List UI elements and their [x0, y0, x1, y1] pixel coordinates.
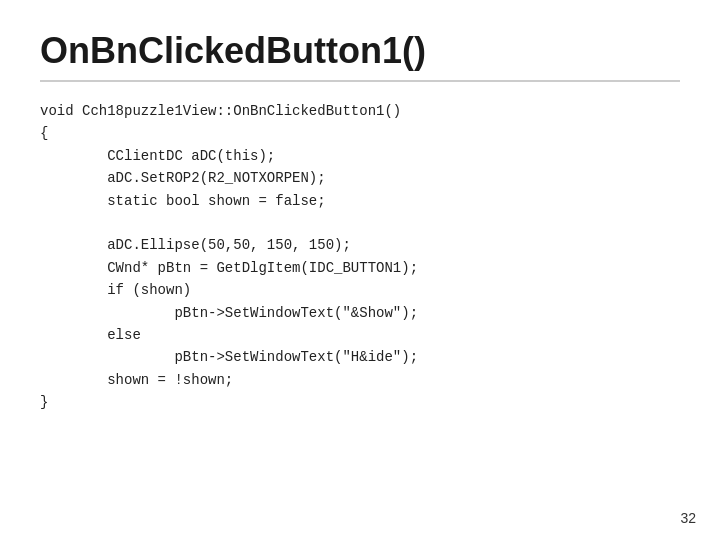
slide-title: OnBnClickedButton1()	[40, 30, 680, 82]
page-number: 32	[680, 510, 696, 526]
slide-container: OnBnClickedButton1() void Cch18puzzle1Vi…	[0, 0, 720, 540]
code-block: void Cch18puzzle1View::OnBnClickedButton…	[40, 100, 680, 413]
